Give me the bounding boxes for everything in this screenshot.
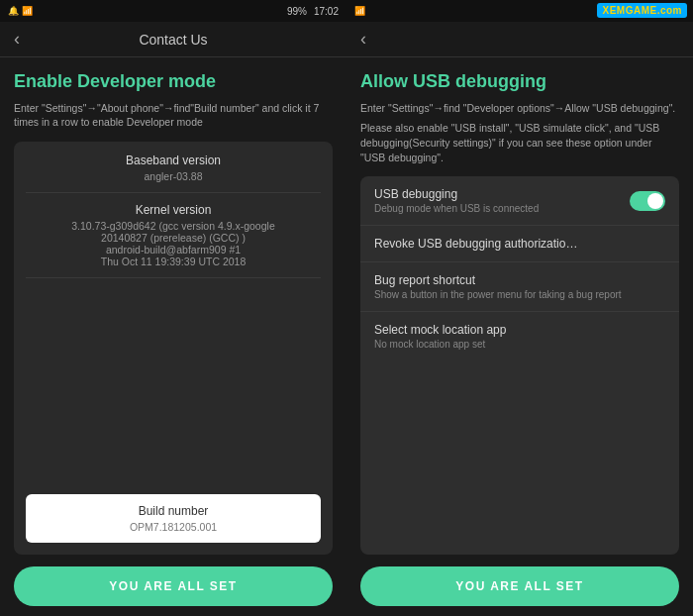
revoke-item[interactable]: Revoke USB debugging authorizatio…: [360, 226, 679, 262]
baseband-value: angler-03.88: [26, 170, 321, 182]
revoke-text: Revoke USB debugging authorizatio…: [374, 237, 577, 251]
time-text: 17:02: [314, 6, 339, 17]
xemgame-text1: XEMGAME: [602, 5, 656, 16]
left-nav-bar: ‹ Contact Us: [0, 22, 346, 57]
right-back-button[interactable]: ‹: [360, 29, 366, 50]
left-section-desc: Enter "Settings"→"About phone"→find"Buil…: [14, 101, 333, 130]
xemgame-text2: .com: [657, 5, 682, 16]
bug-report-text: Bug report shortcut Show a button in the…: [374, 273, 622, 300]
right-status-icons: 📶: [354, 6, 365, 16]
kernel-label: Kernel version: [26, 203, 321, 217]
battery-text: 99%: [287, 6, 307, 17]
usb-debug-title: USB debugging: [374, 187, 539, 201]
right-signal-icon: 📶: [354, 6, 365, 16]
usb-debug-item[interactable]: USB debugging Debug mode when USB is con…: [360, 176, 679, 226]
right-section-title: Allow USB debugging: [360, 71, 679, 93]
right-panel-content: Allow USB debugging Enter "Settings"→fin…: [346, 57, 693, 616]
left-back-button[interactable]: ‹: [14, 29, 20, 50]
build-label: Build number: [38, 504, 309, 518]
kernel-item: Kernel version 3.10.73-g309d642 (gcc ver…: [26, 203, 321, 278]
left-nav-title: Contact Us: [139, 32, 207, 48]
left-status-icons: 🔔 📶: [8, 6, 33, 16]
right-section-desc2: Please also enable "USB install", "USB s…: [360, 121, 679, 164]
baseband-item: Baseband version angler-03.88: [26, 154, 321, 193]
bug-report-subtitle: Show a button in the power menu for taki…: [374, 289, 622, 300]
debug-card: USB debugging Debug mode when USB is con…: [360, 176, 679, 555]
baseband-label: Baseband version: [26, 154, 321, 167]
usb-debug-subtitle: Debug mode when USB is connected: [374, 203, 539, 214]
right-status-right: XEMGAME.com 100% 17:03: [624, 6, 685, 17]
right-section-desc1: Enter "Settings"→find "Developer options…: [360, 101, 679, 116]
kernel-value: 3.10.73-g309d642 (gcc version 4.9.x-goog…: [26, 220, 321, 267]
usb-debug-toggle[interactable]: [630, 191, 665, 211]
right-nav-bar: ‹: [346, 22, 693, 57]
notification-icon: 🔔: [8, 6, 19, 16]
build-item: Build number OPM7.181205.001: [26, 494, 321, 543]
mock-location-title: Select mock location app: [374, 323, 506, 337]
mock-location-subtitle: No mock location app set: [374, 339, 506, 350]
left-all-set-button[interactable]: YOU ARE ALL SET: [14, 566, 333, 606]
left-section-title: Enable Developer mode: [14, 71, 333, 93]
left-panel: 🔔 📶 99% 17:02 ‹ Contact Us Enable Develo…: [0, 0, 346, 616]
bug-report-title: Bug report shortcut: [374, 273, 622, 287]
toggle-knob: [647, 193, 663, 209]
revoke-title: Revoke USB debugging authorizatio…: [374, 237, 577, 251]
left-panel-content: Enable Developer mode Enter "Settings"→"…: [0, 57, 346, 616]
left-status-right: 99% 17:02: [287, 6, 339, 17]
mock-location-item[interactable]: Select mock location app No mock locatio…: [360, 312, 679, 360]
left-info-card: Baseband version angler-03.88 Kernel ver…: [14, 142, 333, 555]
right-panel: 📶 XEMGAME.com 100% 17:03 ‹ Allow USB deb…: [346, 0, 693, 616]
right-status-bar: 📶 XEMGAME.com 100% 17:03: [346, 0, 693, 22]
xemgame-logo: XEMGAME.com: [597, 3, 687, 18]
right-all-set-button[interactable]: YOU ARE ALL SET: [360, 566, 679, 606]
usb-debug-text: USB debugging Debug mode when USB is con…: [374, 187, 539, 214]
mock-location-text: Select mock location app No mock locatio…: [374, 323, 506, 350]
signal-icon: 📶: [22, 6, 33, 16]
left-status-bar: 🔔 📶 99% 17:02: [0, 0, 346, 22]
bug-report-item[interactable]: Bug report shortcut Show a button in the…: [360, 262, 679, 312]
build-value: OPM7.181205.001: [38, 521, 309, 533]
